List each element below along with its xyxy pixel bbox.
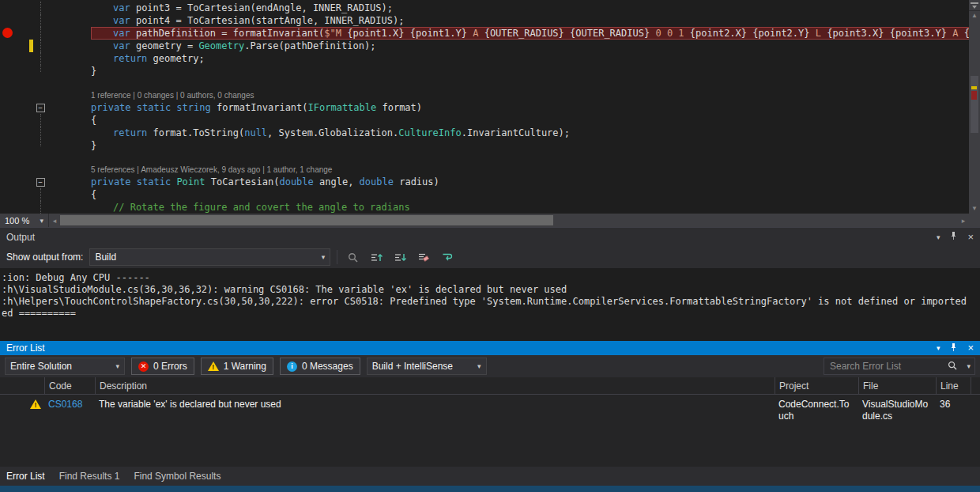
column-header-code[interactable]: Code	[44, 377, 95, 394]
go-to-next-message-icon[interactable]	[391, 248, 409, 266]
code-editor[interactable]: var point3 = ToCartesian(endAngle, INNER…	[0, 0, 980, 214]
column-header-severity[interactable]	[0, 377, 44, 394]
scroll-up-arrow[interactable]: ▲	[969, 11, 980, 20]
pin-icon[interactable]	[949, 231, 958, 243]
breakpoint-gutter[interactable]	[0, 176, 24, 188]
breakpoint-gutter[interactable]	[0, 65, 24, 78]
code-line[interactable]	[0, 78, 980, 90]
search-input[interactable]	[828, 360, 944, 373]
code-line[interactable]: }	[0, 139, 980, 152]
window-position-menu-icon[interactable]: ▾	[937, 344, 940, 352]
scroll-left-arrow[interactable]: ◂	[49, 217, 60, 225]
column-header-line[interactable]: Line	[936, 377, 971, 394]
output-line: :h\VisualStudioModule.cs(36,30,36,32): w…	[2, 284, 978, 296]
warnings-filter-button[interactable]: ! 1 Warning	[201, 358, 273, 375]
fold-margin	[32, 139, 49, 152]
scrollbar-warning-mark	[971, 86, 977, 89]
code-line[interactable]: −private static Point ToCartesian(double…	[0, 176, 980, 188]
editor-horizontal-scrollbar-row: 100 % ▾ ◂ ▸	[0, 214, 980, 227]
breakpoint-gutter[interactable]	[0, 114, 24, 127]
codelens-line[interactable]: 5 references | Amadeusz Wieczorek, 9 day…	[0, 165, 980, 176]
scroll-down-arrow[interactable]: ▼	[969, 204, 980, 213]
scroll-right-arrow[interactable]: ▸	[958, 217, 969, 225]
error-code-cell[interactable]: CS0168	[44, 398, 95, 411]
error-list-column-headers: CodeDescriptionProjectFileLine	[0, 377, 980, 395]
change-tracking-margin	[24, 90, 32, 101]
collapse-region-icon[interactable]: −	[36, 104, 45, 112]
find-message-icon[interactable]	[344, 248, 361, 266]
toggle-word-wrap-icon[interactable]	[439, 248, 456, 266]
errors-filter-button[interactable]: ✕ 0 Errors	[131, 358, 194, 375]
code-line[interactable]: var point3 = ToCartesian(endAngle, INNER…	[0, 2, 980, 14]
fold-guide-line	[40, 14, 41, 27]
breakpoint-gutter[interactable]	[0, 201, 24, 214]
bottom-tab-find-symbol-results[interactable]: Find Symbol Results	[134, 471, 220, 482]
output-source-select[interactable]: Build ▾	[89, 248, 330, 266]
breakpoint-gutter[interactable]	[0, 2, 24, 14]
search-icon[interactable]	[948, 361, 957, 373]
breakpoint-gutter[interactable]	[0, 188, 24, 201]
warning-icon: !	[208, 361, 219, 371]
horizontal-scroll-track[interactable]	[60, 214, 958, 227]
breakpoint-gutter[interactable]	[0, 40, 24, 52]
scope-value: Entire Solution	[10, 361, 72, 372]
horizontal-scroll-thumb[interactable]	[60, 215, 553, 225]
breakpoint-icon[interactable]	[2, 28, 13, 38]
code-line[interactable]: −private static string formatInvariant(I…	[0, 101, 980, 114]
messages-filter-button[interactable]: i 0 Messages	[280, 358, 360, 375]
code-text: }	[91, 139, 980, 152]
code-line[interactable]: return format.ToString(null, System.Glob…	[0, 127, 980, 139]
error-list-toolbar: Entire Solution ▾ ✕ 0 Errors ! 1 Warning…	[0, 355, 980, 377]
code-line[interactable]: var pathDefinition = formatInvariant($"M…	[0, 27, 980, 40]
bottom-tab-error-list[interactable]: Error List	[6, 471, 45, 482]
change-tracking-margin	[24, 152, 32, 165]
breakpoint-gutter[interactable]	[0, 139, 24, 152]
bottom-tab-find-results-1[interactable]: Find Results 1	[59, 471, 120, 482]
window-position-menu-icon[interactable]: ▾	[937, 233, 940, 241]
breakpoint-gutter[interactable]	[0, 127, 24, 139]
pin-icon[interactable]	[949, 343, 958, 354]
code-line[interactable]: }	[0, 65, 980, 78]
breakpoint-gutter[interactable]	[0, 14, 24, 27]
breakpoint-gutter[interactable]	[0, 90, 24, 101]
collapse-region-icon[interactable]: −	[36, 178, 45, 187]
chevron-down-icon[interactable]: ▾	[967, 362, 971, 370]
vertical-scroll-thumb[interactable]	[971, 76, 978, 133]
code-line[interactable]: var geometry = Geometry.Parse(pathDefini…	[0, 40, 980, 52]
source-filter-select[interactable]: Build + IntelliSense ▾	[367, 358, 487, 375]
code-line[interactable]: {	[0, 114, 980, 127]
table-row[interactable]: !CS0168The variable 'ex' is declared but…	[0, 395, 980, 423]
close-icon[interactable]: ×	[967, 233, 974, 242]
output-content[interactable]: :ion: Debug Any CPU ------:h\VisualStudi…	[0, 268, 980, 341]
clear-all-icon[interactable]	[415, 248, 432, 266]
go-to-previous-message-icon[interactable]	[368, 248, 385, 266]
code-line[interactable]: // Rotate the figure and covert the angl…	[0, 201, 980, 214]
column-header-project[interactable]: Project	[775, 377, 858, 394]
code-line[interactable]: var point4 = ToCartesian(startAngle, INN…	[0, 14, 980, 27]
close-icon[interactable]: ×	[967, 343, 974, 353]
chevron-down-icon: ▾	[115, 362, 119, 370]
editor-vertical-scrollbar[interactable]: ▲ ▼	[969, 0, 980, 214]
column-header-description[interactable]: Description	[95, 377, 775, 394]
breakpoint-gutter[interactable]	[0, 152, 24, 165]
code-line[interactable]	[0, 152, 980, 165]
fold-margin	[32, 165, 49, 176]
breakpoint-gutter[interactable]	[0, 101, 24, 114]
breakpoint-gutter[interactable]	[0, 52, 24, 65]
zoom-level-select[interactable]: 100 % ▾	[0, 214, 49, 227]
codelens-line[interactable]: 1 reference | 0 changes | 0 authors, 0 c…	[0, 90, 980, 101]
error-list-searchbox[interactable]: ▾	[824, 358, 975, 375]
breakpoint-gutter[interactable]	[0, 165, 24, 176]
error-list-body: !CS0168The variable 'ex' is declared but…	[0, 395, 980, 467]
column-header-file[interactable]: File	[858, 377, 936, 394]
scope-select[interactable]: Entire Solution ▾	[5, 358, 125, 375]
change-tracking-margin	[24, 176, 32, 188]
code-line[interactable]: return geometry;	[0, 52, 980, 65]
code-line[interactable]: {	[0, 188, 980, 201]
fold-margin	[32, 127, 49, 139]
split-window-handle[interactable]	[969, 0, 980, 11]
line-cell: 36	[936, 398, 971, 411]
breakpoint-gutter[interactable]	[0, 78, 24, 90]
fold-margin: −	[32, 101, 49, 114]
breakpoint-gutter[interactable]	[0, 27, 24, 40]
